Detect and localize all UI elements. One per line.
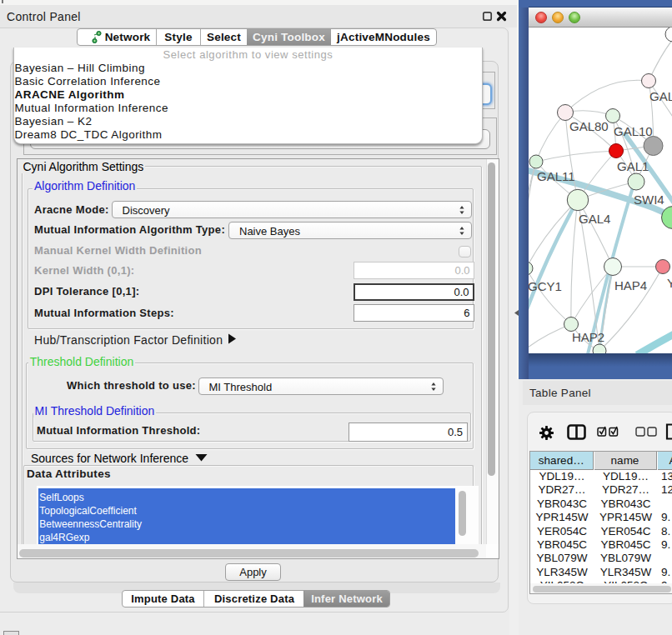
- svg-text:GCY1: GCY1: [529, 279, 562, 293]
- svg-text:GAL7: GAL7: [649, 89, 672, 103]
- svg-text:GAL4: GAL4: [579, 212, 610, 226]
- svg-text:GAL11: GAL11: [537, 169, 575, 183]
- svg-text:YJ: YJ: [667, 276, 672, 290]
- svg-text:GAL1: GAL1: [617, 159, 649, 173]
- svg-text:HAP2: HAP2: [572, 330, 604, 344]
- svg-text:GAL10: GAL10: [614, 124, 653, 138]
- svg-text:SWI4: SWI4: [634, 192, 664, 207]
- svg-text:GAL80: GAL80: [569, 119, 609, 133]
- svg-text:HAP4: HAP4: [614, 278, 647, 292]
